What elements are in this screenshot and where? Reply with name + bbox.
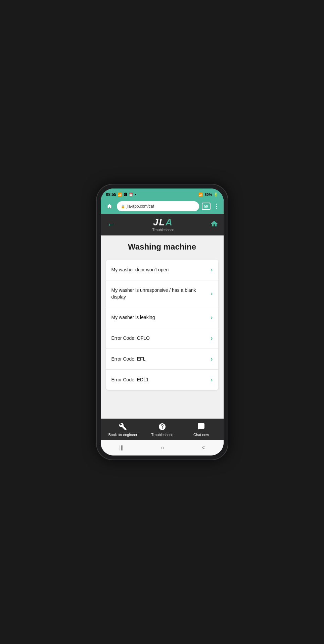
option-item-edl1[interactable]: Error Code: EDL1› bbox=[106, 370, 218, 390]
logo-accent: A bbox=[166, 217, 173, 227]
bottom-nav: Book an engineer Troubleshoot Chat now bbox=[101, 419, 224, 440]
browser-bar: 🔒 jla-app.com/caf 59 ⋮ bbox=[101, 199, 224, 214]
chat-label: Chat now bbox=[193, 433, 209, 437]
chat-icon bbox=[196, 422, 206, 431]
jla-logo: JLA bbox=[153, 218, 173, 227]
url-bar[interactable]: 🔒 jla-app.com/caf bbox=[117, 201, 199, 211]
nav-item-troubleshoot[interactable]: Troubleshoot bbox=[142, 422, 182, 437]
option-text-door: My washer door won't open bbox=[111, 267, 211, 273]
question-icon bbox=[157, 422, 167, 431]
system-nav: ||| ○ < bbox=[101, 440, 224, 455]
option-text-efl: Error Code: EFL bbox=[111, 356, 211, 363]
header-center: JLA Troubleshoot bbox=[152, 218, 174, 232]
chevron-icon-efl: › bbox=[211, 356, 213, 363]
status-left: 08:55 📶 🖼 ⏰ • bbox=[106, 192, 136, 197]
signal-icon: 📶 bbox=[118, 193, 122, 197]
chevron-icon-leaking: › bbox=[211, 314, 213, 321]
browser-menu-button[interactable]: ⋮ bbox=[213, 203, 220, 209]
status-time: 08:55 bbox=[106, 192, 117, 197]
option-item-efl[interactable]: Error Code: EFL› bbox=[106, 349, 218, 370]
url-text: jla-app.com/caf bbox=[127, 204, 154, 209]
option-item-unresponsive[interactable]: My washer is unresponsive / has a blank … bbox=[106, 280, 218, 307]
troubleshoot-label: Troubleshoot bbox=[151, 433, 173, 437]
alarm-icon: ⏰ bbox=[129, 193, 133, 197]
phone-screen: 08:55 📶 🖼 ⏰ • 📶 80% 🔋 🔒 jla-app.com/ bbox=[101, 189, 224, 455]
home-nav-button[interactable]: ○ bbox=[154, 443, 171, 452]
battery-percent: 80% bbox=[204, 193, 212, 197]
option-text-edl1: Error Code: EDL1 bbox=[111, 377, 211, 383]
logo-text: JL bbox=[153, 217, 166, 227]
chevron-icon-unresponsive: › bbox=[211, 290, 213, 297]
header-subtitle: Troubleshoot bbox=[152, 228, 174, 232]
app-header: ← JLA Troubleshoot bbox=[101, 214, 224, 235]
chevron-icon-door: › bbox=[211, 266, 213, 273]
option-text-oflo: Error Code: OFLO bbox=[111, 335, 211, 342]
wifi-icon: 📶 bbox=[198, 193, 203, 197]
phone-frame: 08:55 📶 🖼 ⏰ • 📶 80% 🔋 🔒 jla-app.com/ bbox=[97, 184, 228, 460]
engineer-label: Book an engineer bbox=[108, 433, 137, 437]
page-title: Washing machine bbox=[106, 242, 218, 252]
option-item-door[interactable]: My washer door won't open› bbox=[106, 260, 218, 280]
browser-home-button[interactable] bbox=[105, 202, 114, 211]
dot-icon: • bbox=[135, 192, 136, 197]
recent-apps-button[interactable]: ||| bbox=[112, 443, 130, 452]
nav-item-chat[interactable]: Chat now bbox=[182, 422, 221, 437]
lock-icon: 🔒 bbox=[121, 205, 125, 208]
tabs-button[interactable]: 59 bbox=[202, 203, 211, 210]
back-nav-button[interactable]: < bbox=[195, 443, 211, 452]
engineer-icon bbox=[118, 422, 128, 431]
status-right: 📶 80% 🔋 bbox=[198, 193, 218, 197]
option-text-leaking: My washer is leaking bbox=[111, 314, 211, 321]
options-card: My washer door won't open›My washer is u… bbox=[106, 260, 218, 390]
back-button[interactable]: ← bbox=[106, 219, 116, 230]
chevron-icon-edl1: › bbox=[211, 376, 213, 383]
chevron-icon-oflo: › bbox=[211, 335, 213, 342]
home-button[interactable] bbox=[210, 220, 218, 230]
battery-icon: 🔋 bbox=[214, 193, 218, 197]
option-item-leaking[interactable]: My washer is leaking› bbox=[106, 307, 218, 328]
image-icon: 🖼 bbox=[124, 193, 127, 197]
option-item-oflo[interactable]: Error Code: OFLO› bbox=[106, 328, 218, 349]
option-text-unresponsive: My washer is unresponsive / has a blank … bbox=[111, 287, 211, 300]
nav-item-engineer[interactable]: Book an engineer bbox=[103, 422, 143, 437]
status-bar: 08:55 📶 🖼 ⏰ • 📶 80% 🔋 bbox=[101, 189, 224, 199]
main-content: Washing machine My washer door won't ope… bbox=[101, 235, 224, 419]
